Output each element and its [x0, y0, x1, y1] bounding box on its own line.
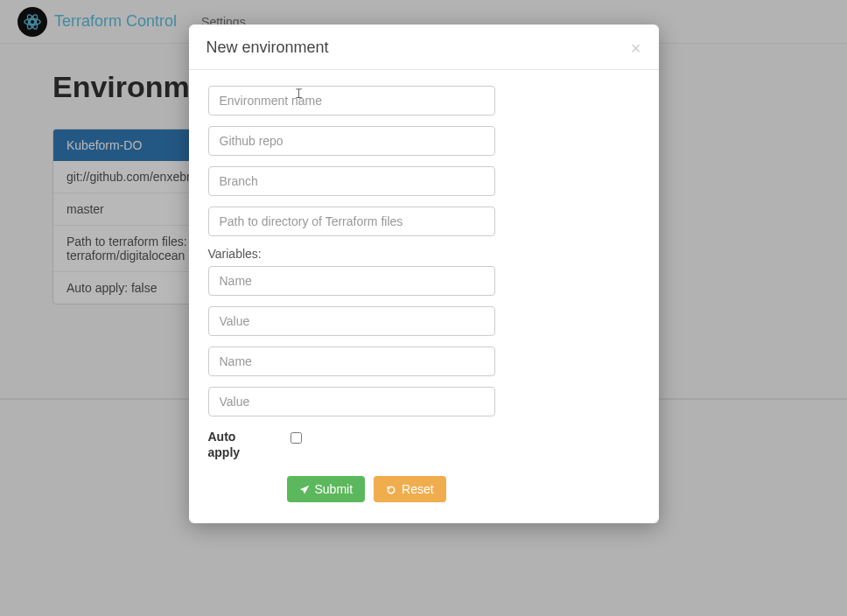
auto-apply-checkbox[interactable]: [290, 432, 302, 444]
variable-value-input-1[interactable]: [208, 306, 495, 336]
auto-apply-label: Auto apply: [208, 429, 240, 460]
variable-name-input-1[interactable]: [208, 266, 495, 296]
submit-button[interactable]: Submit: [287, 476, 366, 502]
reset-button[interactable]: Reset: [374, 476, 446, 502]
branch-input[interactable]: [208, 166, 495, 196]
undo-icon: [386, 484, 396, 494]
close-icon[interactable]: ×: [631, 39, 641, 57]
variable-value-input-2[interactable]: [208, 387, 495, 416]
paper-plane-icon: [299, 484, 310, 494]
submit-button-label: Submit: [315, 482, 354, 496]
variable-name-input-2[interactable]: [208, 346, 495, 376]
github-repo-input[interactable]: [208, 126, 495, 156]
modal-title: New environment: [206, 38, 329, 57]
new-environment-modal: New environment × 𝙸 Variables: Auto appl…: [189, 24, 659, 523]
environment-name-input[interactable]: [208, 86, 495, 116]
variables-label: Variables:: [208, 247, 640, 261]
terraform-path-input[interactable]: [208, 206, 495, 236]
reset-button-label: Reset: [402, 482, 434, 496]
modal-overlay[interactable]: New environment × 𝙸 Variables: Auto appl…: [0, 0, 847, 616]
